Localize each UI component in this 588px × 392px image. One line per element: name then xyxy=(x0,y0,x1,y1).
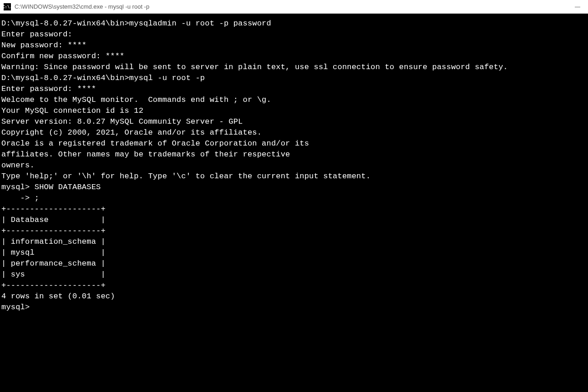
terminal-line: Server version: 8.0.27 MySQL Community S… xyxy=(1,116,587,127)
terminal-line: Welcome to the MySQL monitor. Commands e… xyxy=(1,95,587,106)
terminal-line: Your MySQL connection id is 12 xyxy=(1,106,587,116)
cmd-icon: C:\. xyxy=(4,3,11,10)
terminal-line: Warning: Since password will be sent to … xyxy=(1,62,587,73)
terminal-line: affiliates. Other names may be trademark… xyxy=(1,149,587,160)
terminal-line: D:\mysql-8.0.27-winx64\bin>mysqladmin -u… xyxy=(1,18,587,29)
terminal-line: | information_schema | xyxy=(1,236,587,247)
window-title: C:\WINDOWS\system32\cmd.exe - mysql -u r… xyxy=(15,3,149,10)
terminal-line: | mysql | xyxy=(1,247,587,258)
terminal-line: D:\mysql-8.0.27-winx64\bin>mysql -u root… xyxy=(1,73,587,84)
terminal-line: +--------------------+ xyxy=(1,280,587,291)
terminal-line: +--------------------+ xyxy=(1,204,587,215)
terminal-line: mysql> xyxy=(1,302,587,313)
terminal-line: Enter password: xyxy=(1,29,587,40)
terminal-line: Confirm new password: **** xyxy=(1,51,587,62)
terminal-line: +--------------------+ xyxy=(1,226,587,236)
minimize-button[interactable]: — xyxy=(567,0,588,14)
window-controls: — xyxy=(567,0,588,14)
terminal-line: Oracle is a registered trademark of Orac… xyxy=(1,138,587,149)
terminal-line: | sys | xyxy=(1,269,587,280)
terminal-line: New password: **** xyxy=(1,40,587,51)
terminal-line: -> ; xyxy=(1,193,587,204)
window-titlebar[interactable]: C:\. C:\WINDOWS\system32\cmd.exe - mysql… xyxy=(0,0,588,14)
terminal-line: Copyright (c) 2000, 2021, Oracle and/or … xyxy=(1,127,587,138)
terminal-line: owners. xyxy=(1,160,587,171)
terminal-line: | performance_schema | xyxy=(1,258,587,269)
terminal-line: mysql> SHOW DATABASES xyxy=(1,182,587,193)
terminal-line: | Database | xyxy=(1,215,587,226)
terminal-line: Enter password: **** xyxy=(1,84,587,95)
terminal-line: Type 'help;' or '\h' for help. Type '\c'… xyxy=(1,171,587,182)
terminal-output[interactable]: D:\mysql-8.0.27-winx64\bin>mysqladmin -u… xyxy=(0,14,588,392)
terminal-line: 4 rows in set (0.01 sec) xyxy=(1,291,587,302)
